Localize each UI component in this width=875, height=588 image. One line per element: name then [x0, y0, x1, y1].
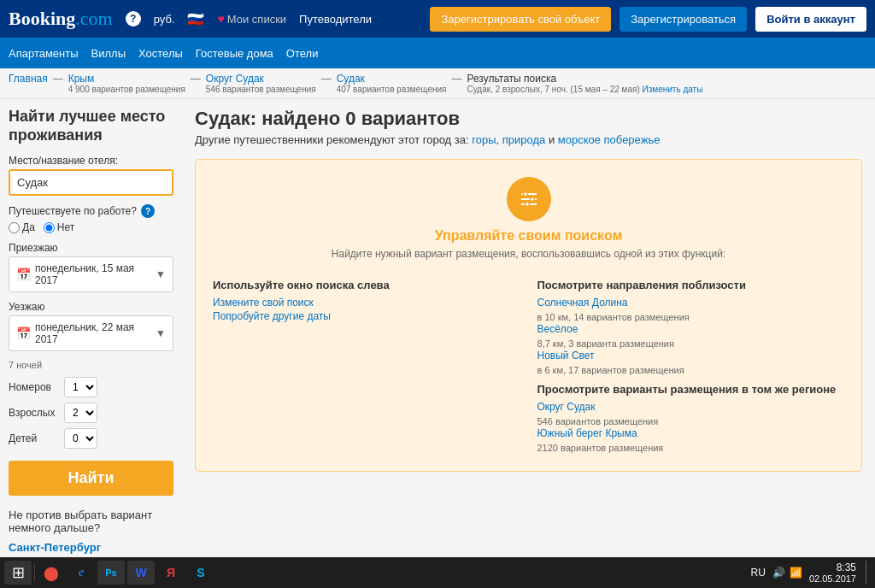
depart-group: Уезжаю 📅 понедельник, 22 мая 2017 ▼	[9, 301, 173, 351]
try-dates-link[interactable]: Попробуйте другие даты	[213, 310, 520, 322]
logo-text: Booking	[9, 8, 75, 30]
orange-columns: Используйте окно поиска слева Измените с…	[213, 279, 844, 454]
breadcrumb-sudak: Судак 407 вариантов размещения	[337, 73, 447, 94]
nearby-noviy-svet: Новый Свет в 6 км, 17 вариантов размещен…	[537, 350, 845, 376]
help-icon[interactable]: ?	[126, 11, 141, 26]
arrive-date-input[interactable]: 📅 понедельник, 15 мая 2017 ▼	[9, 256, 173, 292]
suggestions-intro: Не против выбрать вариант немного дальше…	[9, 509, 173, 534]
orange-region-title: Просмотрите варианты размещения в том же…	[537, 383, 845, 396]
logo-com: .com	[75, 8, 112, 30]
region-south-crimea: Южный берег Крыма 2120 вариантов размеще…	[537, 427, 845, 454]
adults-row: Взрослых 123	[9, 403, 173, 423]
taskbar-start[interactable]: ⊞	[4, 561, 32, 585]
nearby-link-2[interactable]: Весёлое	[537, 323, 845, 335]
arrive-dropdown-icon: ▼	[156, 268, 166, 280]
children-select[interactable]: 012	[64, 428, 97, 449]
guides-link[interactable]: Путеводители	[299, 13, 372, 26]
region-link-1[interactable]: Округ Судак	[537, 401, 845, 413]
svg-point-3	[523, 192, 527, 197]
taskbar: ⊞ ⬤ e Ps W Я S RU 🔊 📶 8:35 02.05.2017	[0, 557, 875, 588]
nights-text: 7 ночей	[9, 360, 173, 370]
register-obj-button[interactable]: Зарегистрировать свой объект	[430, 7, 611, 32]
nearby-veseloe: Весёлое 8,7 км, 3 варианта размещения	[537, 323, 845, 350]
svg-point-5	[525, 203, 529, 207]
wishlist-link[interactable]: ♥ Мои списки	[217, 12, 286, 26]
svg-point-4	[530, 197, 534, 202]
orange-box: Управляйте своим поиском Найдите нужный …	[195, 159, 862, 472]
sub-nav-villas[interactable]: Виллы	[91, 47, 126, 60]
keyword-coast[interactable]: морское побережье	[558, 133, 661, 146]
main-header: Booking .com ? руб. 🇷🇺 ♥ Мои списки Путе…	[0, 0, 875, 38]
depart-label: Уезжаю	[9, 301, 173, 313]
network-icon: 📶	[790, 567, 802, 579]
arrive-label: Приезжаю	[9, 242, 173, 254]
taskbar-yandex[interactable]: Я	[157, 561, 185, 585]
page-subtitle: Другие путешественники рекомендуют этот …	[195, 133, 862, 146]
adults-label: Взрослых	[9, 407, 64, 419]
rooms-select[interactable]: 123	[64, 377, 97, 397]
breadcrumb: Главная — Крым 4 900 вариантов размещени…	[0, 68, 875, 99]
nearby-solnechnaya: Солнечная Долина в 10 км, 14 вариантов р…	[537, 297, 845, 323]
depart-dropdown-icon: ▼	[156, 327, 166, 339]
sub-nav-guesthouses[interactable]: Гостевые дома	[196, 47, 273, 60]
taskbar-chrome[interactable]: ⬤	[38, 561, 65, 585]
sub-nav-hotels[interactable]: Отели	[286, 47, 319, 60]
place-label: Место/название отеля:	[9, 155, 173, 167]
rooms-label: Номеров	[9, 381, 64, 393]
calendar-arrive-icon: 📅	[16, 268, 31, 281]
sub-nav-apartments[interactable]: Апартаменты	[9, 47, 79, 60]
suggestion-spb[interactable]: Санкт-Петербург	[9, 541, 173, 554]
breadcrumb-sep4: —	[451, 73, 461, 85]
taskbar-time: 8:35 02.05.2017	[809, 562, 856, 584]
main-content: Найти лучшее место проживания Место/назв…	[0, 99, 875, 588]
nearby-link-3[interactable]: Новый Свет	[537, 350, 845, 362]
taskbar-photoshop[interactable]: Ps	[97, 561, 125, 585]
header-nav: Зарегистрировать свой объект Зарегистрир…	[430, 7, 866, 32]
taskbar-word[interactable]: W	[127, 561, 155, 585]
orange-col-left: Используйте окно поиска слева Измените с…	[213, 279, 520, 454]
taskbar-ie[interactable]: e	[68, 561, 95, 585]
adults-select[interactable]: 123	[64, 403, 97, 423]
breadcrumb-sudak-district: Округ Судак 546 вариантов размещения	[206, 73, 316, 94]
login-button[interactable]: Войти в аккаунт	[755, 7, 866, 32]
taskbar-lang: RU	[751, 567, 766, 579]
change-dates-link[interactable]: Изменить даты	[643, 85, 703, 94]
rooms-row: Номеров 123	[9, 377, 173, 397]
region-link-2[interactable]: Южный берег Крыма	[537, 427, 845, 439]
radio-yes[interactable]: Да	[9, 221, 35, 233]
page-title: Судак: найдено 0 вариантов	[195, 108, 862, 130]
sub-nav-hostels[interactable]: Хостелы	[138, 47, 183, 60]
taskbar-right: RU 🔊 📶 8:35 02.05.2017	[751, 561, 871, 585]
children-label: Детей	[9, 432, 64, 444]
sidebar-title: Найти лучшее место проживания	[9, 108, 173, 144]
change-search-link[interactable]: Измените свой поиск	[213, 297, 520, 309]
keyword-mountains[interactable]: горы	[472, 133, 496, 146]
room-options: Номеров 123 Взрослых 123 Детей 012	[9, 377, 173, 449]
region-sudak-district: Округ Судак 546 вариантов размещения	[537, 401, 845, 427]
search-button[interactable]: Найти	[9, 461, 173, 496]
radio-no[interactable]: Нет	[44, 221, 74, 233]
place-input[interactable]	[9, 169, 173, 196]
orange-right-title: Посмотрите направления поблизости	[537, 279, 845, 291]
flag-icon[interactable]: 🇷🇺	[187, 11, 204, 27]
register-button[interactable]: Зарегистрироваться	[620, 7, 747, 32]
orange-desc: Найдите нужный вариант размещения, воспо…	[332, 248, 725, 260]
work-radio-group: Да Нет	[9, 221, 173, 233]
show-desktop-icon[interactable]	[866, 561, 871, 585]
currency-label[interactable]: руб.	[154, 13, 175, 26]
keyword-nature[interactable]: природа	[502, 133, 546, 146]
taskbar-sys-icons: 🔊 📶	[772, 567, 802, 579]
orange-title: Управляйте своим поиском	[435, 228, 623, 244]
taskbar-skype[interactable]: S	[187, 561, 214, 585]
right-content: Судак: найдено 0 вариантов Другие путеше…	[182, 99, 875, 588]
depart-date-input[interactable]: 📅 понедельник, 22 мая 2017 ▼	[9, 315, 173, 351]
breadcrumb-sep1: —	[53, 73, 63, 85]
breadcrumb-results: Результаты поиска Судак, 2 взрослых, 7 н…	[467, 73, 702, 94]
work-help-icon[interactable]: ?	[141, 204, 155, 218]
breadcrumb-crimea: Крым 4 900 вариантов размещения	[68, 73, 185, 94]
arrive-group: Приезжаю 📅 понедельник, 15 мая 2017 ▼	[9, 242, 173, 292]
header-icons: ? руб. 🇷🇺 ♥ Мои списки Путеводители	[126, 11, 431, 27]
sidebar: Найти лучшее место проживания Место/назв…	[0, 99, 182, 588]
logo[interactable]: Booking .com	[9, 8, 113, 30]
nearby-link-1[interactable]: Солнечная Долина	[537, 297, 845, 309]
